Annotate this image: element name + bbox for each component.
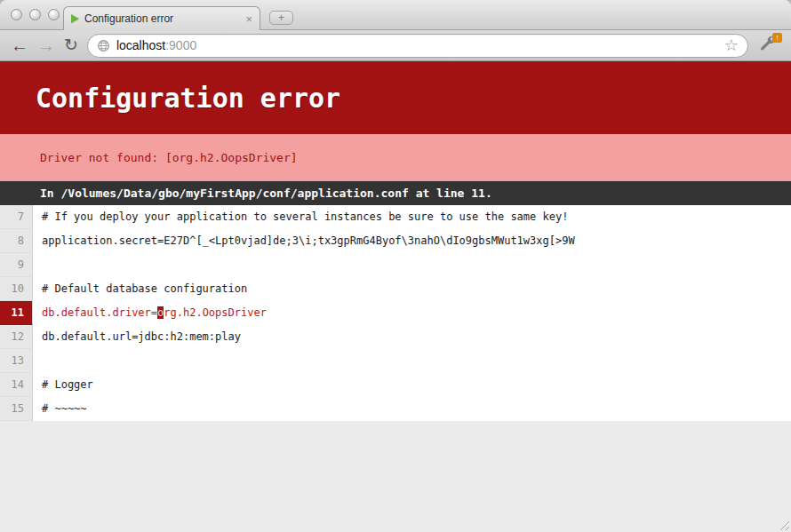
window-close-button[interactable] [11,9,22,20]
error-location: In /Volumes/Data/gbo/myFirstApp/conf/app… [40,187,492,200]
tab-close-icon[interactable]: × [245,13,252,25]
omnibox-value: localhost:9000 [116,37,196,53]
window-zoom-button[interactable] [48,9,60,20]
line-number: 15 [0,397,33,421]
line-number: 12 [0,325,33,349]
url-port: :9000 [165,38,196,52]
code-text: db.default.url=jdbc:h2:mem:play [33,325,241,349]
code-text: db.default.driver=org.h2.OopsDriver [33,301,267,325]
source-line-error: 11 db.default.driver=org.h2.OopsDriver [0,301,791,325]
page-background [0,421,791,531]
code-text: # If you deploy your application to seve… [33,205,568,229]
line-number: 11 [0,301,33,325]
code-text [33,349,42,373]
line-number: 14 [0,373,33,397]
browser-toolbar: ← → ↻ localhost:9000 ☆ ↑ [0,30,791,61]
bookmark-star-icon[interactable]: ☆ [724,37,739,53]
source-line: 13 [0,349,791,373]
code-pre: db.default.driver= [42,306,157,319]
browser-tab[interactable]: Configuration error × [63,6,260,30]
code-text: # Logger [33,373,93,397]
line-number: 9 [0,253,33,277]
source-line: 9 [0,253,791,277]
omnibox[interactable]: localhost:9000 ☆ [87,34,748,58]
code-text: # ~~~~~ [33,397,87,421]
line-number: 8 [0,229,33,253]
code-post: rg.h2.OopsDriver [164,306,267,319]
code-text: # Default database configuration [33,277,247,301]
wrench-menu-button[interactable]: ↑ [757,35,780,56]
code-text: application.secret=E27D^[_<Lpt0vjad]de;3… [33,229,575,253]
source-line: 7 # If you deploy your application to se… [0,205,791,229]
source-line: 8 application.secret=E27D^[_<Lpt0vjad]de… [0,229,791,253]
play-favicon-icon [71,14,79,23]
error-location-bar: In /Volumes/Data/gbo/myFirstApp/conf/app… [0,181,791,205]
code-text [33,253,42,277]
globe-icon [97,39,110,52]
new-tab-button[interactable]: + [269,11,293,25]
line-number: 13 [0,349,33,373]
error-message: Driver not found: [org.h2.OopsDriver] [40,151,298,164]
window-controls [11,9,60,20]
source-line: 14 # Logger [0,373,791,397]
source-line: 12 db.default.url=jdbc:h2:mem:play [0,325,791,349]
line-number: 10 [0,277,33,301]
window-minimize-button[interactable] [29,9,41,20]
page-title: Configuration error [36,83,340,114]
error-message-band: Driver not found: [org.h2.OopsDriver] [0,134,791,181]
source-code-listing: 7 # If you deploy your application to se… [0,205,791,421]
back-icon[interactable]: ← [11,36,28,54]
source-line: 10 # Default database configuration [0,277,791,301]
browser-window: Configuration error × + ← → ↻ localhost:… [0,0,791,532]
tab-title: Configuration error [84,12,240,25]
forward-icon[interactable]: → [37,36,55,54]
tab-strip: Configuration error × + [0,0,791,30]
url-host: localhost [116,38,165,52]
reload-icon[interactable]: ↻ [64,36,78,54]
update-badge-icon: ↑ [772,33,782,43]
source-line: 15 # ~~~~~ [0,397,791,421]
error-header: Configuration error [0,61,791,134]
line-number: 7 [0,205,33,229]
